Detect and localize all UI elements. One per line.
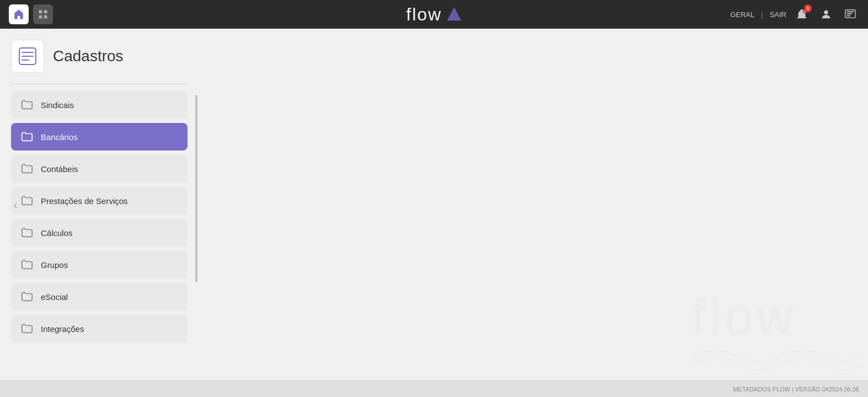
notifications-button[interactable]: 1 1	[793, 6, 811, 23]
menu-item-label: Integrações	[41, 324, 84, 334]
folder-icon	[20, 162, 34, 176]
menu-item-cálculos[interactable]: Cálculos	[11, 219, 187, 246]
menu-item-label: Bancários	[41, 132, 78, 142]
svg-rect-3	[44, 15, 47, 19]
page-title: Cadastros	[53, 47, 124, 65]
topbar-right: GERAL | SAIR 1 1	[730, 6, 859, 23]
svg-rect-11	[847, 13, 852, 14]
folder-icon	[20, 98, 34, 112]
content-area: ‹ Cadastros Sindicais	[0, 29, 868, 380]
menu-item-integrações[interactable]: Integrações	[11, 315, 187, 342]
cadastros-icon	[18, 46, 37, 66]
topbar-separator: |	[761, 10, 763, 19]
svg-rect-0	[39, 10, 42, 14]
geral-link[interactable]: GERAL	[730, 10, 754, 19]
topbar-left	[9, 4, 53, 24]
sair-link[interactable]: SAIR	[770, 10, 786, 19]
page-header: Cadastros	[11, 40, 187, 73]
folder-icon	[20, 257, 34, 272]
svg-rect-1	[44, 10, 47, 14]
footer: METADADOS FLOW | VERSÃO 042024.06.06	[0, 380, 868, 397]
menu-item-grupos[interactable]: Grupos	[11, 251, 187, 278]
header-divider	[11, 84, 187, 84]
collapse-sidebar-button[interactable]: ‹	[9, 194, 22, 216]
menu-item-contábeis[interactable]: Contábeis	[11, 155, 187, 183]
folder-icon	[20, 289, 34, 304]
settings-button[interactable]	[842, 6, 859, 23]
svg-rect-2	[39, 15, 42, 19]
home-button[interactable]	[9, 4, 29, 24]
menu-list: Sindicais Bancários Contábeis Prestações…	[11, 91, 187, 342]
page-header-icon	[11, 40, 44, 73]
menu-item-label: Contábeis	[41, 164, 78, 174]
svg-point-8	[824, 10, 828, 14]
topbar-center: flow	[406, 4, 462, 25]
version-text: METADADOS FLOW | VERSÃO 042024.06.06	[733, 386, 859, 393]
app-title: flow	[406, 4, 442, 25]
main-area: flow	[199, 29, 868, 380]
menu-item-sindicais[interactable]: Sindicais	[11, 91, 187, 119]
folder-icon	[20, 226, 34, 240]
menu-item-label: eSocial	[41, 292, 68, 302]
folder-icon	[20, 130, 34, 144]
svg-rect-12	[847, 15, 850, 17]
user-profile-button[interactable]	[817, 6, 835, 23]
svg-text:flow: flow	[692, 289, 797, 345]
grid-menu-button[interactable]	[33, 4, 53, 24]
scroll-bar	[195, 95, 197, 282]
topbar: flow GERAL | SAIR 1 1	[0, 0, 868, 29]
folder-icon	[20, 321, 34, 336]
menu-item-label: Cálculos	[41, 228, 73, 238]
menu-item-label: Grupos	[41, 260, 68, 270]
flow-logo-icon	[446, 7, 462, 22]
svg-rect-10	[847, 12, 854, 13]
menu-item-label: Sindicais	[41, 100, 74, 110]
scroll-track[interactable]	[194, 95, 199, 282]
menu-item-esocial[interactable]: eSocial	[11, 283, 187, 310]
notification-badge: 1	[804, 4, 812, 12]
menu-item-prestações-de-serviços[interactable]: Prestações de Serviços	[11, 187, 187, 214]
sidebar: Cadastros Sindicais Bancários Contábeis …	[0, 29, 199, 380]
menu-item-label: Prestações de Serviços	[41, 196, 128, 206]
watermark: flow	[686, 285, 862, 375]
menu-item-bancários[interactable]: Bancários	[11, 123, 187, 151]
